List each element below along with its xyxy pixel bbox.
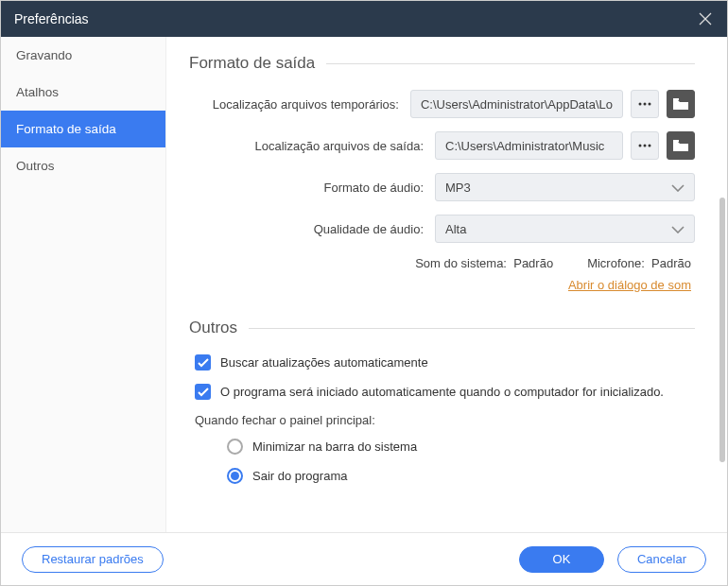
folder-icon [673, 140, 688, 151]
close-icon [699, 12, 712, 26]
checkmark-icon [198, 388, 209, 397]
ellipsis-icon [638, 102, 651, 106]
sidebar-item-label: Atalhos [16, 85, 59, 99]
sidebar-item-shortcuts[interactable]: Atalhos [1, 74, 165, 111]
svg-point-2 [639, 103, 642, 106]
temp-location-more-button[interactable] [631, 90, 659, 118]
section-output-format: Formato de saída Localização arquivos te… [189, 54, 695, 292]
ellipsis-icon [638, 144, 651, 147]
folder-icon [673, 98, 688, 110]
output-location-label: Localização arquivos de saída: [189, 139, 435, 153]
titlebar: Preferências [1, 1, 727, 37]
output-location-more-button[interactable] [631, 131, 659, 160]
system-sound-value: Padrão [513, 256, 553, 270]
sidebar-item-others[interactable]: Outros [1, 147, 165, 184]
divider [326, 63, 695, 64]
divider [249, 328, 695, 329]
minimize-radio[interactable] [227, 439, 243, 455]
exit-radio[interactable] [227, 468, 243, 484]
close-button[interactable] [697, 10, 714, 27]
check-updates-checkbox[interactable] [195, 354, 211, 371]
svg-point-4 [649, 103, 651, 106]
audio-format-select[interactable]: MP3 [435, 173, 695, 201]
autostart-label: O programa será iniciado automaticamente… [220, 385, 664, 399]
checkmark-icon [198, 358, 209, 368]
chevron-down-icon [671, 226, 685, 233]
sidebar-item-label: Outros [16, 159, 55, 173]
sidebar-item-label: Formato de saída [16, 122, 116, 136]
sidebar-item-label: Gravando [16, 48, 72, 62]
section-others: Outros Buscar atualizações automaticamen… [189, 319, 695, 484]
output-location-field[interactable]: C:\Users\Administrator\Music [435, 131, 623, 160]
audio-format-label: Formato de áudio: [189, 181, 435, 195]
exit-label: Sair do programa [252, 469, 347, 483]
temp-location-field[interactable]: C:\Users\Administrator\AppData\Lo [410, 90, 623, 118]
chevron-down-icon [671, 184, 685, 192]
audio-quality-select[interactable]: Alta [435, 215, 695, 243]
window-title: Preferências [14, 11, 89, 26]
svg-point-6 [644, 145, 647, 147]
section-heading: Formato de saída [189, 54, 315, 73]
close-behavior-label: Quando fechar o painel principal: [195, 413, 695, 427]
sidebar-item-recording[interactable]: Gravando [1, 37, 165, 74]
svg-point-3 [644, 103, 647, 106]
cancel-button[interactable]: Cancelar [617, 546, 706, 573]
audio-quality-label: Qualidade de áudio: [189, 222, 435, 236]
minimize-label: Minimizar na barra do sistema [252, 440, 417, 454]
footer: Restaurar padrões OK Cancelar [1, 532, 727, 585]
autostart-checkbox[interactable] [195, 384, 211, 400]
scrollbar[interactable] [719, 198, 725, 462]
content-pane: Formato de saída Localização arquivos te… [166, 37, 727, 532]
system-sound-label: Som do sistema: [415, 256, 507, 270]
temp-location-browse-button[interactable] [667, 90, 695, 118]
svg-point-5 [639, 145, 642, 147]
open-sound-dialog-link[interactable]: Abrir o diálogo de som [568, 278, 691, 292]
microphone-label: Microfone: [587, 256, 645, 270]
output-location-browse-button[interactable] [667, 131, 695, 160]
sidebar-item-output-format[interactable]: Formato de saída [1, 111, 165, 147]
check-updates-label: Buscar atualizações automaticamente [220, 355, 428, 370]
restore-defaults-button[interactable]: Restaurar padrões [22, 546, 164, 573]
microphone-value: Padrão [651, 256, 691, 270]
ok-button[interactable]: OK [519, 546, 604, 573]
svg-point-7 [649, 145, 651, 147]
temp-location-label: Localização arquivos temporários: [189, 97, 410, 112]
section-heading: Outros [189, 319, 237, 337]
sidebar: Gravando Atalhos Formato de saída Outros [1, 37, 166, 532]
